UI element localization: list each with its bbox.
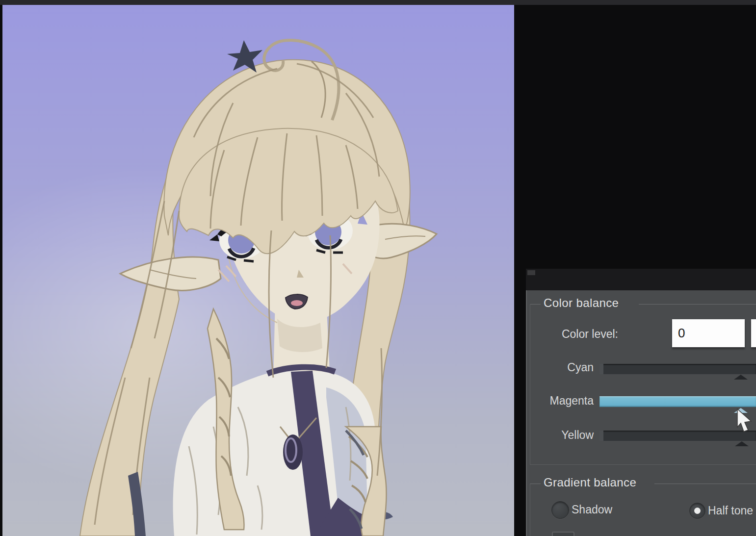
magenta-slider-thumb[interactable] [734, 408, 748, 413]
group-border [530, 484, 530, 536]
cyan-slider[interactable] [600, 364, 756, 374]
yellow-slider-cap [600, 431, 603, 441]
color-balance-dialog: Color balance Color level: Cyan Magenta … [526, 269, 756, 536]
group-border [530, 464, 756, 465]
cyan-slider-cap [600, 364, 603, 374]
yellow-slider[interactable] [600, 431, 756, 441]
color-level-label: Color level: [526, 328, 618, 341]
magenta-slider[interactable] [600, 396, 756, 407]
color-balance-legend: Color balance [544, 296, 619, 310]
app-screen: Color balance Color level: Cyan Magenta … [0, 0, 756, 536]
group-border [530, 484, 541, 484]
canvas-artwork [2, 5, 514, 536]
color-level-input[interactable] [672, 319, 745, 347]
group-border [530, 304, 541, 305]
cyan-slider-label: Cyan [526, 361, 594, 374]
top-window-strip [0, 0, 756, 5]
half-tone-radio[interactable] [689, 503, 705, 519]
color-level-input-secondary[interactable] [751, 319, 756, 347]
partial-control-cutoff[interactable] [552, 532, 574, 536]
yellow-slider-thumb[interactable] [735, 441, 749, 446]
group-border [639, 304, 756, 305]
gradient-balance-legend: Gradient balance [544, 476, 636, 489]
cyan-slider-thumb[interactable] [734, 375, 748, 380]
group-border [654, 484, 756, 484]
radio-dot [694, 508, 701, 514]
half-tone-radio-label: Half tone [708, 504, 753, 517]
paint-canvas[interactable] [2, 5, 514, 536]
yellow-slider-label: Yellow [526, 429, 594, 442]
shadow-radio-label: Shadow [572, 503, 612, 516]
dialog-titlebar-glyph [527, 270, 535, 275]
shadow-radio[interactable] [551, 501, 569, 519]
dialog-titlebar[interactable] [526, 269, 756, 290]
magenta-slider-label: Magenta [526, 394, 594, 408]
